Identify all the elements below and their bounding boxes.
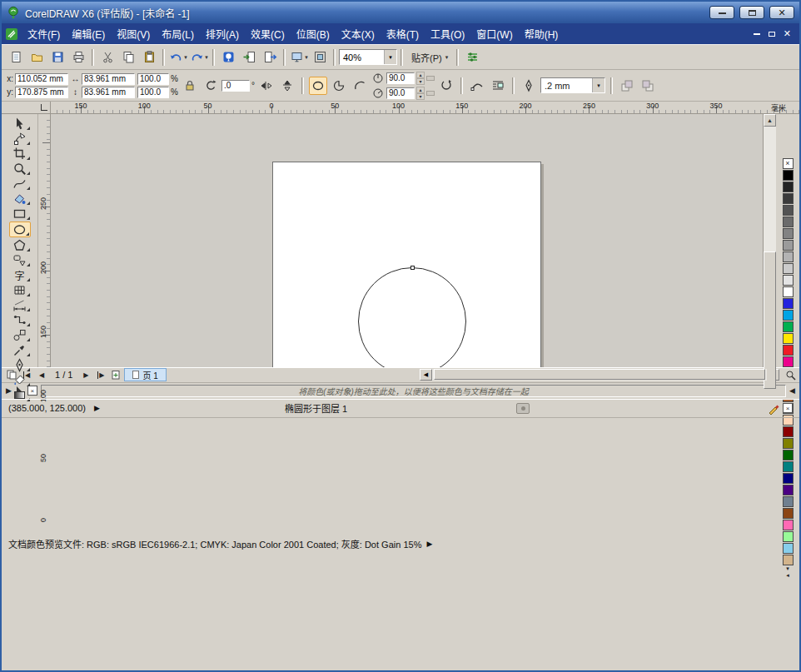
- maximize-button[interactable]: [739, 6, 764, 19]
- palette-swatch[interactable]: [783, 228, 794, 239]
- options-button[interactable]: [462, 47, 482, 67]
- menu-view[interactable]: 视图(V): [111, 24, 156, 43]
- document-properties-icon[interactable]: [516, 403, 530, 414]
- ruler-origin-corner[interactable]: [2, 102, 51, 113]
- fullscreen-preview-button[interactable]: [310, 47, 330, 67]
- palette-swatch[interactable]: [783, 251, 794, 262]
- menu-text[interactable]: 文本(X): [336, 24, 381, 43]
- fill-tool[interactable]: [9, 373, 31, 387]
- outline-width-select[interactable]: .2 mm ▾: [540, 77, 605, 93]
- lock-ratio-button[interactable]: [181, 77, 199, 95]
- export-button[interactable]: [260, 47, 280, 67]
- to-front-button[interactable]: [618, 77, 636, 95]
- outline-color-indicator-icon[interactable]: [768, 401, 779, 415]
- horizontal-scrollbar[interactable]: ◀ ▶: [420, 369, 779, 381]
- palette-swatch[interactable]: [783, 345, 794, 356]
- palette-swatch[interactable]: [783, 240, 794, 251]
- x-position-input[interactable]: [15, 73, 68, 85]
- no-color-swatch[interactable]: ×: [783, 158, 794, 169]
- doc-restore-icon[interactable]: [769, 32, 775, 37]
- view-mode-button[interactable]: ▾: [289, 47, 309, 67]
- coords-menu-icon[interactable]: ▶: [94, 404, 100, 412]
- wrap-text-button[interactable]: [489, 77, 507, 95]
- pick-tool[interactable]: [9, 117, 31, 131]
- zoom-dropdown-icon[interactable]: ▾: [384, 50, 396, 64]
- undo-button[interactable]: ▾: [168, 47, 188, 67]
- view-mode-dropdown-icon[interactable]: ▾: [305, 54, 308, 61]
- menu-table[interactable]: 表格(T): [381, 24, 425, 43]
- arc-mode-button[interactable]: [351, 77, 369, 95]
- paste-button[interactable]: [139, 47, 159, 67]
- y-position-input[interactable]: [15, 87, 68, 98]
- object-width-input[interactable]: [82, 73, 135, 85]
- crop-tool[interactable]: [9, 147, 31, 161]
- page-tab[interactable]: 页 1: [124, 368, 166, 381]
- palette-swatch[interactable]: [783, 298, 794, 309]
- connector-tool[interactable]: [9, 313, 31, 327]
- redo-dropdown-icon[interactable]: ▾: [205, 54, 208, 61]
- doc-close-icon[interactable]: ✕: [784, 28, 791, 39]
- convert-to-curve-button[interactable]: [468, 77, 486, 95]
- palette-swatch[interactable]: [783, 356, 794, 367]
- palette-swatch[interactable]: [783, 217, 794, 227]
- start-angle-input[interactable]: [386, 72, 415, 84]
- polygon-tool[interactable]: [9, 238, 31, 252]
- dimension-tool[interactable]: [9, 298, 31, 312]
- freehand-tool[interactable]: [9, 177, 31, 191]
- end-angle-spinner[interactable]: ▴▾: [416, 87, 425, 100]
- menu-arrange[interactable]: 排列(A): [200, 24, 245, 43]
- app-launcher-button[interactable]: [218, 47, 238, 67]
- ellipse-mode-button[interactable]: [309, 77, 327, 95]
- mirror-vertical-button[interactable]: [278, 77, 296, 95]
- table-tool[interactable]: [9, 283, 31, 297]
- rectangle-tool[interactable]: [9, 207, 31, 221]
- menu-edit[interactable]: 编辑(E): [66, 24, 111, 43]
- dock-collapse-icon[interactable]: ◀: [789, 386, 795, 395]
- import-button[interactable]: [239, 47, 259, 67]
- palette-swatch[interactable]: [783, 170, 794, 181]
- vertical-scroll-track[interactable]: [764, 127, 776, 355]
- previous-page-icon[interactable]: ◀: [35, 369, 48, 381]
- menu-effects[interactable]: 效果(C): [245, 24, 291, 43]
- ellipse-tool[interactable]: [9, 222, 31, 237]
- palette-swatch[interactable]: [783, 193, 794, 204]
- change-direction-button[interactable]: [437, 77, 455, 95]
- copy-button[interactable]: [118, 47, 138, 67]
- open-button[interactable]: [27, 47, 47, 67]
- pie-mode-button[interactable]: [330, 77, 348, 95]
- outline-width-dropdown-icon[interactable]: ▾: [592, 78, 604, 92]
- snap-to-button[interactable]: 贴齐(P) ▾: [406, 48, 453, 67]
- palette-swatch[interactable]: [783, 310, 794, 321]
- scroll-left-icon[interactable]: ◀: [420, 369, 432, 381]
- vertical-scrollbar[interactable]: ▲ ▼: [763, 114, 776, 367]
- color-info-menu-icon[interactable]: ▶: [426, 540, 432, 548]
- menu-tools[interactable]: 工具(O): [425, 24, 470, 43]
- palette-swatch[interactable]: [783, 286, 794, 297]
- menu-file[interactable]: 文件(F): [22, 24, 66, 43]
- rotation-angle-input[interactable]: [221, 80, 250, 92]
- horizontal-scroll-thumb[interactable]: [434, 369, 765, 380]
- color-dock-hint[interactable]: 将颜色(或对象)拖动至此处，以便将这些颜色与文档存储在一起: [41, 385, 786, 397]
- palette-swatch[interactable]: [783, 333, 794, 344]
- to-back-button[interactable]: [639, 77, 657, 95]
- close-button[interactable]: ✕: [769, 6, 794, 19]
- cut-button[interactable]: [97, 47, 117, 67]
- start-angle-spinner[interactable]: ▴▾: [416, 72, 425, 85]
- text-tool[interactable]: 字: [9, 268, 31, 282]
- new-document-button[interactable]: [6, 47, 26, 67]
- v-ruler[interactable]: 250200150100500: [38, 114, 51, 367]
- palette-swatch[interactable]: [783, 205, 794, 216]
- zoom-level-select[interactable]: 40% ▾: [339, 49, 397, 65]
- drawn-ellipse[interactable]: [358, 267, 466, 367]
- horizontal-scroll-track[interactable]: [432, 369, 767, 381]
- scroll-up-icon[interactable]: ▲: [764, 114, 776, 127]
- menu-layout[interactable]: 布局(L): [156, 24, 200, 43]
- next-page-icon[interactable]: ▶: [79, 369, 92, 381]
- menu-window[interactable]: 窗口(W): [470, 24, 518, 43]
- menu-bitmaps[interactable]: 位图(B): [291, 24, 336, 43]
- palette-swatch[interactable]: [783, 263, 794, 274]
- last-page-icon[interactable]: ▶: [94, 369, 107, 381]
- end-angle-input[interactable]: [386, 87, 415, 99]
- drawing-canvas[interactable]: [51, 114, 763, 367]
- zoom-tool[interactable]: [9, 162, 31, 176]
